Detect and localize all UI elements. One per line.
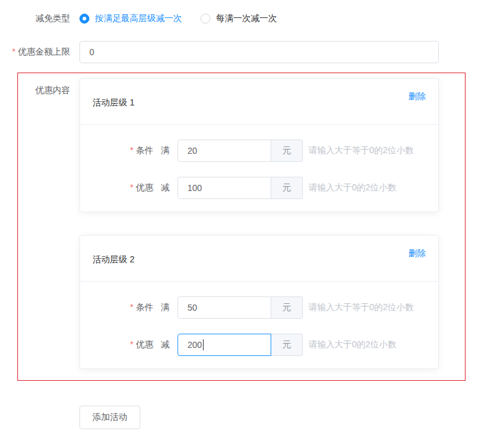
amount-input[interactable] (178, 296, 271, 319)
radio-option-label[interactable]: 每满一次减一次 (216, 13, 277, 24)
input-hint: 请输入大于等于0的2位小数 (308, 302, 414, 313)
amount-input-group: 元 (178, 296, 303, 319)
field-prefix-char: 减 (161, 339, 169, 350)
radio-option-label[interactable]: 按满足最高层级减一次 (95, 13, 182, 24)
unit-suffix: 元 (271, 140, 303, 162)
amount-input-group: 元 (178, 177, 303, 199)
field-prefix-char: 满 (161, 145, 169, 156)
field-label: *优惠 (80, 339, 153, 350)
delete-tier-link[interactable]: 删除 (408, 248, 426, 259)
tier-card: 活动层级 1 删除 *条件 满 元 请输入大于等于0的2位小数 *优惠 减 元 … (79, 78, 439, 212)
amount-input[interactable] (178, 177, 271, 199)
required-asterisk: * (130, 302, 133, 312)
radio-selected-icon[interactable] (79, 14, 89, 24)
reduction-type-label: 减免类型 (0, 13, 70, 24)
field-label: *条件 (80, 302, 153, 313)
tier-title: 活动层级 1 (92, 97, 135, 109)
amount-input[interactable] (178, 140, 271, 162)
tier-list: 活动层级 1 删除 *条件 满 元 请输入大于等于0的2位小数 *优惠 减 元 … (79, 78, 439, 369)
amount-input-group: 元 (178, 334, 303, 356)
input-hint: 请输入大于0的2位小数 (308, 339, 397, 350)
field-label: *条件 (80, 145, 153, 156)
tier-card-header: 活动层级 2 删除 (80, 236, 438, 282)
discount-content-section: 优惠内容 活动层级 1 删除 *条件 满 元 请输入大于等于0的2位小数 *优惠… (17, 73, 466, 381)
amount-input-wrap (178, 140, 271, 162)
tier-card-header: 活动层级 1 删除 (80, 79, 438, 125)
radio-option-every-time[interactable]: 每满一次减一次 (200, 13, 277, 24)
amount-input[interactable] (178, 334, 271, 356)
amount-input-group: 元 (178, 140, 303, 162)
discount-cap-row: *优惠金额上限 (0, 41, 504, 63)
field-label: *优惠 (80, 182, 153, 194)
tier-form-row: *优惠 减 元 请输入大于0的2位小数 (80, 177, 438, 199)
field-prefix-char: 减 (161, 182, 169, 194)
discount-cap-input[interactable] (79, 41, 439, 63)
required-asterisk: * (12, 47, 16, 56)
tier-card: 活动层级 2 删除 *条件 满 元 请输入大于等于0的2位小数 *优惠 减 元 … (79, 235, 439, 369)
text-cursor (203, 339, 204, 350)
required-asterisk: * (130, 182, 133, 192)
amount-input-wrap (178, 334, 271, 356)
discount-activity-form: 减免类型 按满足最高层级减一次 每满一次减一次 *优惠金额上限 优惠内容 活动层… (0, 0, 504, 429)
tier-form-row: *条件 满 元 请输入大于等于0的2位小数 (80, 140, 438, 162)
field-prefix-char: 满 (161, 302, 169, 313)
input-hint: 请输入大于等于0的2位小数 (308, 145, 414, 156)
tier-title: 活动层级 2 (92, 254, 135, 265)
tier-form-row: *优惠 减 元 请输入大于0的2位小数 (80, 334, 438, 356)
amount-input-wrap (178, 177, 271, 199)
tier-form-row: *条件 满 元 请输入大于等于0的2位小数 (80, 296, 438, 319)
radio-dot (83, 17, 86, 20)
unit-suffix: 元 (271, 296, 303, 319)
required-asterisk: * (130, 339, 133, 349)
radio-unselected-icon[interactable] (200, 14, 210, 24)
tier-card-body: *条件 满 元 请输入大于等于0的2位小数 *优惠 减 元 请输入大于0的2位小… (80, 282, 438, 368)
tier-card-body: *条件 满 元 请输入大于等于0的2位小数 *优惠 减 元 请输入大于0的2位小… (80, 125, 438, 211)
unit-suffix: 元 (271, 334, 303, 356)
required-asterisk: * (130, 145, 133, 155)
discount-content-label: 优惠内容 (18, 85, 70, 96)
input-hint: 请输入大于0的2位小数 (308, 182, 397, 194)
add-activity-button[interactable]: 添加活动 (79, 406, 140, 429)
reduction-type-row: 减免类型 按满足最高层级减一次 每满一次减一次 (0, 12, 504, 25)
delete-tier-link[interactable]: 删除 (408, 91, 426, 102)
radio-option-highest-tier[interactable]: 按满足最高层级减一次 (79, 13, 182, 24)
unit-suffix: 元 (271, 177, 303, 199)
amount-input-wrap (178, 296, 271, 319)
discount-cap-label: *优惠金额上限 (0, 47, 70, 58)
